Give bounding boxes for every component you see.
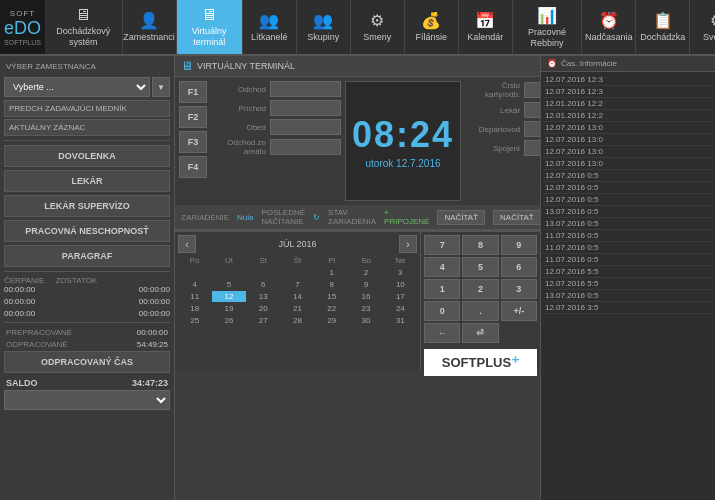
log-entry[interactable]: 11.07.2016 0:5 xyxy=(543,254,713,266)
cal-day-cell[interactable]: 16 xyxy=(349,291,382,302)
nav-item-calendar[interactable]: 📅Kalendár xyxy=(459,0,513,54)
numpad-btn-_[interactable]: ← xyxy=(424,323,460,343)
cal-day-cell[interactable]: 19 xyxy=(212,303,245,314)
cal-day-cell[interactable]: 9 xyxy=(349,279,382,290)
numpad-btn-0[interactable]: 0 xyxy=(424,301,460,321)
log-entry[interactable]: 13.07.2016 0:5 xyxy=(543,290,713,302)
cal-day-cell[interactable]: 21 xyxy=(281,303,314,314)
fkey-f1[interactable]: F1 xyxy=(179,81,207,103)
work-accident-btn[interactable]: PRACOVNÁ NESCHOPNOSŤ xyxy=(4,220,170,242)
worked-time-btn[interactable]: ODPRACOVANÝ ČAS xyxy=(4,351,170,373)
cal-next-btn[interactable]: › xyxy=(399,235,417,253)
cal-day-cell[interactable]: 18 xyxy=(178,303,211,314)
vt-value-dept[interactable] xyxy=(524,121,540,137)
numpad-btn-8[interactable]: 8 xyxy=(462,235,498,255)
cal-day-cell[interactable]: 25 xyxy=(178,315,211,326)
cal-day-cell[interactable]: 27 xyxy=(247,315,280,326)
supervisor-btn[interactable]: LEKÁR SUPERVÍZO xyxy=(4,195,170,217)
cal-day-cell[interactable]: 22 xyxy=(315,303,348,314)
cal-day-cell[interactable]: 13 xyxy=(247,291,280,302)
cal-day-cell[interactable]: 26 xyxy=(212,315,245,326)
nav-item-terminal[interactable]: 🖥Virtuálny terminál xyxy=(177,0,243,54)
cal-day-cell[interactable]: 2 xyxy=(349,267,382,278)
vt-value-lekar[interactable] xyxy=(524,102,540,118)
log-entry[interactable]: 12.07.2016 5:5 xyxy=(543,266,713,278)
numpad-btn-_[interactable]: ⏎ xyxy=(462,323,498,343)
nav-item-reports[interactable]: 📋Dochádzka xyxy=(636,0,690,54)
vt-value-prichod[interactable] xyxy=(270,100,341,116)
cal-day-cell[interactable]: 1 xyxy=(315,267,348,278)
nacitat-btn-2[interactable]: NAČÍTAŤ xyxy=(493,210,540,225)
vt-value-karta[interactable] xyxy=(524,82,540,98)
cal-day-cell[interactable]: 12 xyxy=(212,291,245,302)
cal-day-cell[interactable]: 23 xyxy=(349,303,382,314)
nav-item-settings[interactable]: ⚙Sveti... xyxy=(690,0,715,54)
nav-item-dashboard[interactable]: 🖥Dochádzkový systém xyxy=(45,0,122,54)
cal-day-cell[interactable]: 4 xyxy=(178,279,211,290)
numpad-btn-1[interactable]: 1 xyxy=(424,279,460,299)
cal-day-cell[interactable]: 6 xyxy=(247,279,280,290)
log-entry[interactable]: 13.07.2016 0:5 xyxy=(543,218,713,230)
cal-day-cell[interactable]: 24 xyxy=(384,303,417,314)
log-entry[interactable]: 12.01.2016 12:2 xyxy=(543,98,713,110)
cal-day-cell[interactable]: 15 xyxy=(315,291,348,302)
cal-day-cell[interactable]: 28 xyxy=(281,315,314,326)
nav-item-shifts[interactable]: ⚙Smeny xyxy=(351,0,405,54)
cal-day-cell[interactable]: 17 xyxy=(384,291,417,302)
cal-day-cell[interactable]: 5 xyxy=(212,279,245,290)
log-entry[interactable]: 12.07.2016 13:0 xyxy=(543,146,713,158)
employee-select[interactable]: Vyberte ... xyxy=(4,77,150,97)
numpad-btn-6[interactable]: 6 xyxy=(501,257,537,277)
fkey-f3[interactable]: F3 xyxy=(179,131,207,153)
vt-value-obed[interactable] xyxy=(270,119,341,135)
vt-value-odchod2[interactable] xyxy=(270,139,341,155)
current-entry-btn[interactable]: AKTUÁLNY ZÁZNAC xyxy=(4,119,170,136)
log-entry[interactable]: 12.07.2016 5:5 xyxy=(543,278,713,290)
cal-day-cell[interactable]: 31 xyxy=(384,315,417,326)
nav-item-overtime[interactable]: ⏰Nadčasania xyxy=(582,0,636,54)
log-entry[interactable]: 12.07.2016 12:3 xyxy=(543,74,713,86)
log-entry[interactable]: 12.07.2016 0:5 xyxy=(543,182,713,194)
cal-prev-btn[interactable]: ‹ xyxy=(178,235,196,253)
numpad-btn-5[interactable]: 5 xyxy=(462,257,498,277)
log-entry[interactable]: 12.07.2016 3:5 xyxy=(543,302,713,314)
nav-item-attendance[interactable]: 👥Lítkanelé xyxy=(243,0,297,54)
log-entry[interactable]: 12.07.2016 13:0 xyxy=(543,122,713,134)
cal-day-cell[interactable]: 10 xyxy=(384,279,417,290)
log-entry[interactable]: 12.07.2016 0:5 xyxy=(543,170,713,182)
nacitat-btn-1[interactable]: NAČÍTAŤ xyxy=(437,210,485,225)
log-entry[interactable]: 12.07.2016 13:0 xyxy=(543,158,713,170)
cal-day-cell[interactable]: 14 xyxy=(281,291,314,302)
numpad-btn-7[interactable]: 7 xyxy=(424,235,460,255)
prev-entry-btn[interactable]: PREDCH ZADAVAJÚCI MEDNÍK xyxy=(4,100,170,117)
vt-value-odchod[interactable] xyxy=(270,81,341,97)
log-entry[interactable]: 12.07.2016 12:3 xyxy=(543,86,713,98)
fkey-f2[interactable]: F2 xyxy=(179,106,207,128)
cal-day-cell[interactable]: 29 xyxy=(315,315,348,326)
numpad-btn-3[interactable]: 3 xyxy=(501,279,537,299)
log-entry[interactable]: 13.07.2016 0:5 xyxy=(543,206,713,218)
fkey-f4[interactable]: F4 xyxy=(179,156,207,178)
refresh-icon[interactable]: ↻ xyxy=(313,213,320,222)
select-confirm-btn[interactable]: ▼ xyxy=(152,77,170,97)
doctor-btn[interactable]: LEKÁR xyxy=(4,170,170,192)
log-entry[interactable]: 12.07.2016 0:5 xyxy=(543,194,713,206)
nav-item-groups[interactable]: 👥Skupiny xyxy=(297,0,351,54)
numpad-btn-9[interactable]: 9 xyxy=(501,235,537,255)
cal-day-cell[interactable]: 3 xyxy=(384,267,417,278)
cal-day-cell[interactable]: 8 xyxy=(315,279,348,290)
nav-item-employees[interactable]: 👤Zamestnanci xyxy=(123,0,177,54)
log-entry[interactable]: 12.07.2016 13:0 xyxy=(543,134,713,146)
numpad-btn-2[interactable]: 2 xyxy=(462,279,498,299)
vacation-btn[interactable]: DOVOLENKA xyxy=(4,145,170,167)
cal-day-cell[interactable]: 11 xyxy=(178,291,211,302)
cal-day-cell[interactable]: 30 xyxy=(349,315,382,326)
log-entry[interactable]: 12.01.2016 12:2 xyxy=(543,110,713,122)
numpad-btn-___[interactable]: +/- xyxy=(501,301,537,321)
log-entry[interactable]: 11.07.2016 0:5 xyxy=(543,230,713,242)
paragraph-btn[interactable]: PARAGRAF xyxy=(4,245,170,267)
numpad-btn-4[interactable]: 4 xyxy=(424,257,460,277)
nav-item-finance[interactable]: 💰Fílánsie xyxy=(405,0,459,54)
nav-item-work[interactable]: 📊Pracovné Rebbiny xyxy=(513,0,582,54)
cal-day-cell[interactable]: 20 xyxy=(247,303,280,314)
